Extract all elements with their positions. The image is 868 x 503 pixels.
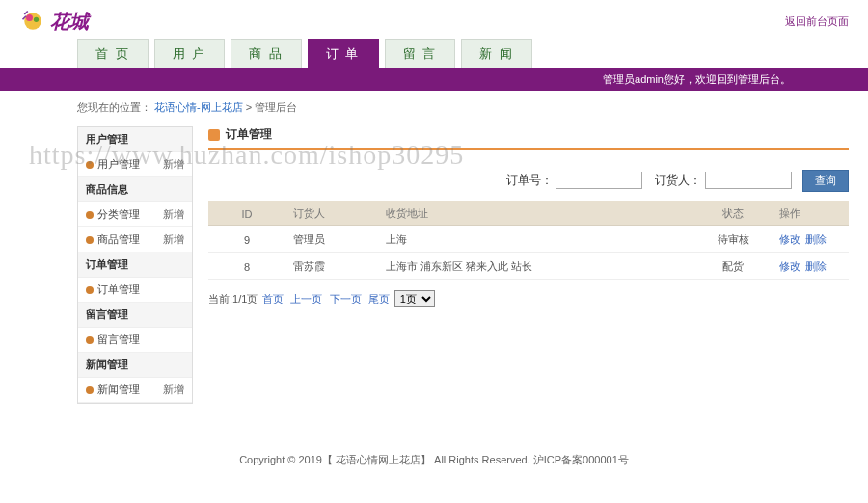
pager-last[interactable]: 尾页: [368, 293, 390, 304]
nav-item[interactable]: 用 户: [154, 39, 226, 68]
header: 花城 返回前台页面: [0, 0, 868, 39]
sidebar-header: 用户管理: [78, 127, 192, 152]
table-cell: 9: [208, 226, 285, 253]
table-header: 收货地址: [378, 201, 694, 226]
svg-point-2: [34, 17, 39, 22]
content: 订单管理 订单号： 订货人： 查询 ID订货人收货地址状态操作 9管理员上海待审…: [208, 126, 849, 404]
sidebar-add[interactable]: 新增: [163, 383, 184, 397]
breadcrumb-current: 管理后台: [255, 101, 297, 113]
pager: 当前:1/1页 首页 上一页 下一页 尾页 1页: [208, 280, 849, 317]
search-button[interactable]: 查询: [802, 170, 849, 192]
bullet-icon: [86, 236, 94, 244]
svg-point-0: [24, 13, 41, 30]
table-header: 订货人: [285, 201, 378, 226]
table-header: ID: [208, 201, 285, 226]
sidebar-header: 新闻管理: [78, 353, 192, 378]
sidebar-header: 订单管理: [78, 252, 192, 278]
order-input[interactable]: [556, 172, 642, 189]
sidebar-item: 留言管理: [78, 328, 192, 353]
delete-link[interactable]: 删除: [805, 260, 827, 272]
delete-link[interactable]: 删除: [805, 233, 827, 245]
logo-icon: [19, 8, 46, 35]
nav: 首 页用 户商 品订 单留 言新 闻: [19, 39, 849, 68]
edit-link[interactable]: 修改: [779, 260, 800, 272]
content-title: 订单管理: [208, 126, 849, 150]
sidebar-item: 新闻管理新增: [78, 378, 192, 403]
sidebar-header: 留言管理: [78, 303, 192, 328]
table-row: 9管理员上海待审核修改 删除: [208, 226, 849, 253]
search-bar: 订单号： 订货人： 查询: [208, 164, 849, 201]
sidebar-link[interactable]: 留言管理: [97, 332, 140, 347]
pager-next[interactable]: 下一页: [330, 293, 362, 304]
breadcrumb-link[interactable]: 花语心情-网上花店: [154, 101, 243, 113]
person-input[interactable]: [705, 172, 792, 189]
edit-link[interactable]: 修改: [779, 233, 800, 245]
table-cell: 待审核: [694, 226, 772, 253]
breadcrumb: 您现在的位置： 花语心情-网上花店 > 管理后台: [0, 91, 868, 126]
title-icon: [208, 129, 220, 141]
front-link[interactable]: 返回前台页面: [785, 14, 849, 29]
logo-text: 花城: [50, 9, 89, 35]
welcome-bar: 管理员admin您好，欢迎回到管理后台。: [0, 68, 868, 91]
action-cell: 修改 删除: [772, 226, 849, 253]
title-text: 订单管理: [226, 126, 272, 143]
bullet-icon: [86, 211, 94, 219]
table-cell: 雷苏霞: [285, 253, 378, 280]
sidebar: 用户管理用户管理新增商品信息分类管理新增商品管理新增订单管理订单管理留言管理留言…: [77, 126, 193, 404]
sidebar-link[interactable]: 分类管理: [97, 207, 140, 222]
action-cell: 修改 删除: [772, 253, 849, 280]
table-header: 操作: [772, 201, 849, 226]
svg-point-1: [26, 14, 33, 21]
bullet-icon: [86, 286, 94, 294]
order-label: 订单号：: [506, 173, 553, 187]
table-cell: 上海市 浦东新区 猪来入此 站长: [378, 253, 694, 280]
table-cell: 上海: [378, 226, 694, 253]
pager-first[interactable]: 首页: [262, 293, 284, 304]
order-table: ID订货人收货地址状态操作 9管理员上海待审核修改 删除8雷苏霞上海市 浦东新区…: [208, 201, 849, 280]
sidebar-add[interactable]: 新增: [163, 232, 184, 247]
sidebar-link[interactable]: 订单管理: [97, 282, 140, 297]
sidebar-link[interactable]: 商品管理: [97, 232, 140, 247]
bullet-icon: [86, 161, 94, 169]
table-cell: 8: [208, 253, 285, 280]
table-cell: 管理员: [285, 226, 378, 253]
person-label: 订货人：: [655, 173, 701, 187]
pager-info: 当前:1/1页: [208, 293, 258, 304]
sidebar-link[interactable]: 用户管理: [97, 157, 140, 172]
sidebar-header: 商品信息: [78, 177, 192, 202]
breadcrumb-prefix: 您现在的位置：: [77, 101, 151, 113]
pager-prev[interactable]: 上一页: [290, 293, 322, 304]
sidebar-item: 分类管理新增: [78, 202, 192, 227]
sidebar-add[interactable]: 新增: [163, 207, 184, 222]
bullet-icon: [86, 386, 94, 394]
sidebar-link[interactable]: 新闻管理: [97, 383, 140, 397]
table-cell: 配货: [694, 253, 772, 280]
bullet-icon: [86, 336, 94, 344]
pager-select[interactable]: 1页: [394, 290, 435, 307]
table-header: 状态: [694, 201, 772, 226]
nav-item[interactable]: 商 品: [231, 39, 302, 68]
nav-item[interactable]: 订 单: [308, 39, 379, 68]
footer: Copyright © 2019【 花语心情网上花店】 All Rights R…: [0, 423, 868, 487]
logo: 花城: [19, 8, 89, 35]
nav-item[interactable]: 新 闻: [461, 39, 532, 68]
sidebar-add[interactable]: 新增: [163, 157, 184, 172]
sidebar-item: 订单管理: [78, 278, 192, 303]
nav-item[interactable]: 首 页: [77, 39, 149, 68]
sidebar-item: 商品管理新增: [78, 227, 192, 252]
sidebar-item: 用户管理新增: [78, 152, 192, 177]
nav-item[interactable]: 留 言: [385, 39, 456, 68]
table-row: 8雷苏霞上海市 浦东新区 猪来入此 站长配货修改 删除: [208, 253, 849, 280]
